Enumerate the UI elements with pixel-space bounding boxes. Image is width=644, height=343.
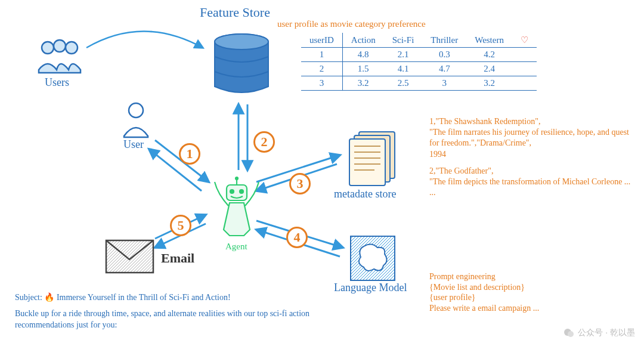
language-model-icon — [349, 234, 397, 285]
svg-point-1 — [54, 40, 66, 52]
metadata-sample-text: 1,"The Shawshank Redemption", "The film … — [429, 116, 632, 198]
database-icon — [212, 33, 271, 101]
metadata-store-icon — [346, 128, 402, 190]
table-row: 14.82.10.34.2 — [301, 48, 537, 62]
svg-point-10 — [236, 177, 238, 180]
profile-table: userID Action Sci-Fi Thriller Western ♡ … — [301, 33, 537, 91]
svg-point-5 — [215, 34, 268, 50]
prompt-sample-text: Prompt engineering {Movie list and descr… — [429, 271, 620, 313]
svg-point-2 — [66, 42, 78, 54]
col-western: Western — [466, 33, 512, 48]
step-5: 5 — [170, 215, 191, 236]
wechat-icon — [564, 327, 574, 338]
user-icon — [121, 101, 151, 143]
fire-icon: 🔥 — [44, 293, 54, 302]
table-header-row: userID Action Sci-Fi Thriller Western ♡ — [301, 33, 537, 48]
feature-store-title: Feature Store — [200, 5, 270, 20]
email-label: Email — [161, 251, 194, 266]
step-4: 4 — [286, 227, 308, 248]
user-label: User — [123, 138, 144, 151]
agent-icon — [212, 176, 259, 247]
col-scifi: Sci-Fi — [384, 33, 423, 48]
svg-point-3 — [129, 103, 143, 118]
col-userid: userID — [301, 33, 342, 48]
svg-point-8 — [240, 190, 243, 193]
step-2: 2 — [253, 131, 275, 153]
metadata-store-label: metadate store — [334, 188, 396, 200]
feature-store-subtitle: user profile as movie category preferenc… — [277, 19, 426, 29]
svg-point-0 — [42, 42, 54, 54]
watermark: 公众号 · 乾以墨 — [564, 327, 635, 338]
agent-label: Agent — [225, 242, 247, 252]
heart-icon: ♡ — [512, 33, 537, 48]
step-1: 1 — [179, 143, 200, 165]
col-action: Action — [342, 33, 383, 48]
users-icon — [33, 37, 86, 81]
table-row: 33.22.533.2 — [301, 76, 537, 91]
table-row: 21.54.14.72.4 — [301, 62, 537, 76]
email-sample-text: Subject: 🔥 Immerse Yourself in the Thril… — [15, 292, 361, 331]
svg-point-7 — [230, 190, 234, 193]
step-3: 3 — [289, 173, 311, 194]
email-icon — [104, 239, 155, 277]
col-thriller: Thriller — [422, 33, 466, 48]
svg-point-22 — [568, 331, 574, 337]
users-label: Users — [45, 76, 69, 89]
